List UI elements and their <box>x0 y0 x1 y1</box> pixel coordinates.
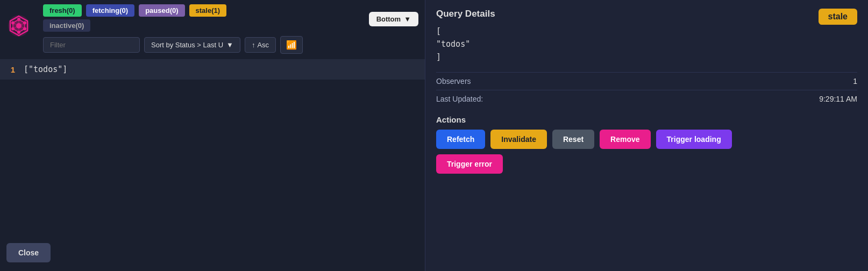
close-button[interactable]: Close <box>6 243 51 262</box>
query-key: ["todos"] <box>24 65 67 74</box>
trigger-error-button[interactable]: Trigger error <box>436 154 503 174</box>
query-detail-json: [ "todos" ] <box>436 25 857 63</box>
actions-row: Refetch Invalidate Reset Remove Trigger … <box>436 130 857 149</box>
remove-button[interactable]: Remove <box>600 130 650 149</box>
left-panel: fresh(0) fetching(0) paused(0) stale(1) … <box>0 0 425 271</box>
json-open: [ <box>436 25 857 38</box>
reset-button[interactable]: Reset <box>552 130 594 149</box>
badge-fresh[interactable]: fresh(0) <box>43 4 82 17</box>
logo <box>5 4 32 47</box>
badge-fetching[interactable]: fetching(0) <box>86 4 134 17</box>
invalidate-button[interactable]: Invalidate <box>490 130 547 149</box>
right-panel: Query Details stale [ "todos" ] Observer… <box>425 0 868 271</box>
observers-value: 1 <box>853 77 857 85</box>
last-updated-label: Last Updated: <box>436 95 483 103</box>
actions-row-2: Trigger error <box>436 154 857 174</box>
asc-label: Asc <box>257 41 269 49</box>
last-updated-value: 9:29:11 AM <box>819 95 857 103</box>
last-updated-row: Last Updated: 9:29:11 AM <box>436 90 857 108</box>
query-row[interactable]: 1 ["todos"] <box>0 59 425 80</box>
sort-button-label: Sort by Status > Last U <box>151 41 223 49</box>
badge-stale[interactable]: stale(1) <box>189 4 227 17</box>
wifi-icon: 📶 <box>286 40 297 49</box>
json-content: "todos" <box>436 38 857 51</box>
observers-label: Observers <box>436 77 471 85</box>
filter-row: Sort by Status > Last U ▼ ↑ Asc 📶 <box>0 33 425 57</box>
bottom-selector: Bottom ▼ <box>369 12 418 26</box>
query-details-title: Query Details <box>436 9 495 19</box>
status-badges: fresh(0) fetching(0) paused(0) stale(1) … <box>0 0 425 21</box>
badge-paused[interactable]: paused(0) <box>139 4 184 17</box>
refetch-button[interactable]: Refetch <box>436 130 485 149</box>
chevron-down-icon: ▼ <box>226 41 233 49</box>
asc-button[interactable]: ↑ Asc <box>245 37 276 53</box>
filter-input[interactable] <box>43 37 140 53</box>
stale-status-badge: stale <box>819 9 857 25</box>
logo-icon <box>7 14 31 38</box>
badge-inactive[interactable]: inactive(0) <box>43 19 90 32</box>
bottom-button[interactable]: Bottom ▼ <box>369 12 418 26</box>
wifi-button[interactable]: 📶 <box>280 36 303 54</box>
json-close: ] <box>436 51 857 63</box>
arrow-up-icon: ↑ <box>252 41 255 49</box>
chevron-down-icon: ▼ <box>404 15 411 23</box>
trigger-loading-button[interactable]: Trigger loading <box>656 130 732 149</box>
bottom-button-label: Bottom <box>376 15 401 23</box>
query-number: 1 <box>4 65 15 74</box>
inactive-row: inactive(0) <box>0 21 425 33</box>
sort-button[interactable]: Sort by Status > Last U ▼ <box>144 37 240 53</box>
actions-title: Actions <box>436 115 857 124</box>
observers-row: Observers 1 <box>436 72 857 90</box>
